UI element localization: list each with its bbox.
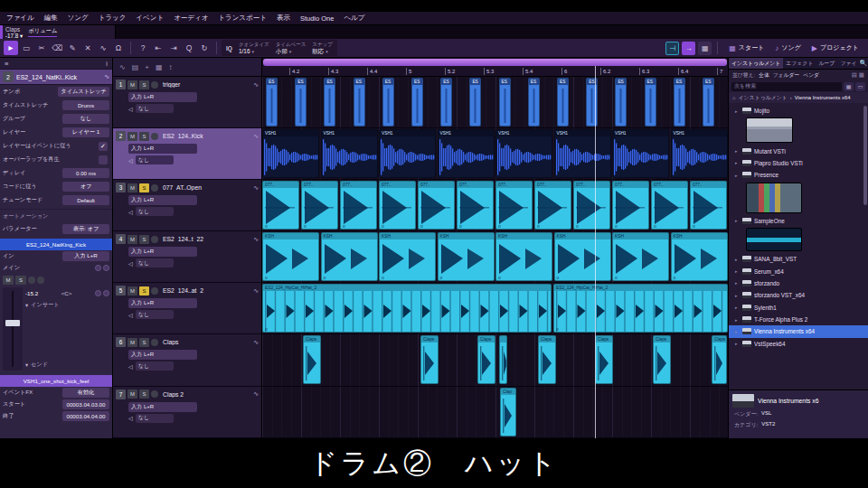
solo-button[interactable]: S: [139, 389, 149, 399]
track-input-select[interactable]: 入力 L+R: [128, 402, 197, 412]
audio-clip[interactable]: VSH1: [321, 129, 378, 178]
preview-icon[interactable]: ▭: [855, 82, 865, 91]
expand-icon[interactable]: ↕: [169, 63, 173, 71]
search-icon[interactable]: 🔍: [859, 60, 868, 67]
audio-clip[interactable]: KSH: [612, 232, 669, 281]
filter-icon[interactable]: ▦: [844, 82, 854, 91]
audio-clip[interactable]: VSH1: [262, 129, 319, 178]
arranger-section-bar[interactable]: [263, 59, 727, 66]
audio-clip[interactable]: 077..: [340, 181, 377, 230]
event-header[interactable]: VSH1_one_shot_kick_feel: [0, 375, 112, 387]
scrollbar-thumb[interactable]: [863, 106, 867, 205]
record-button[interactable]: [151, 236, 158, 243]
menu-item[interactable]: トラック: [99, 14, 127, 23]
audio-clip[interactable]: VSH1: [554, 129, 611, 178]
chevron-right-icon[interactable]: ▸: [735, 268, 740, 274]
audio-clip[interactable]: VSH1: [495, 129, 552, 178]
audio-clip[interactable]: ES: [324, 78, 335, 127]
audio-clip[interactable]: ES: [557, 78, 569, 127]
instrument-item[interactable]: ▸Vienna Instruments x64: [729, 325, 868, 337]
track-list-icon[interactable]: ▤: [132, 63, 139, 71]
add-track-icon[interactable]: +: [145, 63, 149, 71]
track-input-select[interactable]: 入力 L+R: [128, 298, 197, 308]
sort-option[interactable]: 全体: [759, 71, 769, 80]
audio-clip[interactable]: 077..: [418, 181, 455, 230]
audio-clip[interactable]: 077..: [262, 181, 299, 230]
chevron-right-icon[interactable]: ▸: [735, 108, 740, 114]
inspector-row-value[interactable]: オフ: [62, 182, 109, 192]
insert-slot[interactable]: ▾ インサート: [25, 298, 109, 311]
paint-tool[interactable]: ✎: [65, 41, 80, 55]
chevron-right-icon[interactable]: ▸: [735, 293, 740, 298]
chevron-right-icon[interactable]: ▸: [735, 341, 740, 346]
chevron-right-icon[interactable]: ▸: [735, 148, 740, 154]
page-button[interactable]: ▶プロジェクト: [807, 42, 864, 54]
audio-clip[interactable]: ES: [266, 78, 278, 127]
solo-button[interactable]: S: [139, 286, 149, 296]
menu-item[interactable]: ファイル: [6, 14, 34, 23]
arrangement-area[interactable]: 4.24.34.455.25.35.466.26.36.47 ESESESESE…: [262, 58, 728, 438]
chevron-right-icon[interactable]: ▸: [735, 329, 740, 334]
tile-view-icon[interactable]: ▦: [859, 71, 864, 79]
track-output-select[interactable]: なし: [136, 155, 174, 164]
solo-button[interactable]: S: [139, 183, 149, 192]
solo-button[interactable]: S: [139, 235, 149, 244]
audio-clip[interactable]: Claps: [712, 335, 727, 384]
solo-button[interactable]: S: [15, 276, 26, 285]
marker-next-icon[interactable]: ⇥: [166, 41, 181, 55]
pan-readout[interactable]: <C>: [61, 290, 72, 296]
audio-clip[interactable]: 077..: [379, 181, 416, 230]
audio-clip[interactable]: KSH: [321, 232, 378, 281]
audio-clip[interactable]: KSH: [671, 232, 728, 281]
bend-tool[interactable]: ∿: [96, 41, 110, 55]
mute-button[interactable]: M: [127, 235, 137, 244]
audio-clip[interactable]: ES2_124_HipCat_HiHat_2: [553, 284, 728, 333]
volume-fader[interactable]: [3, 287, 23, 371]
audio-clip[interactable]: 077..: [651, 181, 688, 230]
instrument-item[interactable]: ▸T-Force Alpha Plus 2: [729, 314, 868, 325]
audio-clip[interactable]: ES: [674, 78, 685, 127]
track-header[interactable]: 7MSClaps 2∿入力 L+R◁なし: [113, 387, 261, 438]
record-button[interactable]: [28, 277, 35, 284]
audio-clip[interactable]: Claps: [420, 335, 439, 384]
iq-toggle[interactable]: IQ: [226, 45, 232, 52]
audio-clip[interactable]: ES: [586, 78, 598, 127]
record-button[interactable]: [151, 133, 158, 140]
split-tool[interactable]: ✂: [34, 41, 49, 55]
audio-clip[interactable]: Claps: [477, 335, 495, 384]
record-button[interactable]: [151, 287, 158, 295]
audio-clip[interactable]: ES: [382, 78, 394, 127]
menu-item[interactable]: 表示: [277, 14, 290, 23]
audio-clip[interactable]: ES: [703, 78, 714, 127]
zoom-icon[interactable]: ▦: [156, 63, 163, 71]
arrow-tool[interactable]: ►: [4, 41, 18, 55]
track-header[interactable]: 4MSES2_124..t_22∿入力 L+R◁なし: [113, 231, 261, 283]
record-button[interactable]: [151, 390, 158, 398]
quantize-toggle[interactable]: Q: [182, 41, 196, 55]
hamburger-icon[interactable]: ≡: [5, 60, 8, 68]
inspector-row-value[interactable]: Default: [62, 195, 109, 205]
sort-option[interactable]: ベンダ: [803, 71, 819, 80]
audio-clip[interactable]: KSH: [379, 232, 436, 281]
list-view-icon[interactable]: ▤: [852, 71, 857, 79]
instrument-item[interactable]: ▸Mutant VSTi: [729, 145, 868, 156]
inspector-track-title[interactable]: 2 ES2_124_NatKi..Kick ∿: [0, 70, 112, 85]
audio-clip[interactable]: ES: [411, 78, 423, 127]
loop-icon[interactable]: ↻: [197, 41, 212, 55]
audio-clip[interactable]: ES: [528, 78, 540, 127]
track-input-select[interactable]: 入力 L+R: [128, 144, 197, 154]
audio-clip[interactable]: KSH: [554, 232, 611, 281]
snap-select[interactable]: スナップ 順応▾: [312, 41, 333, 55]
inspector-row-value[interactable]: レイヤー 1: [62, 127, 109, 137]
audio-clip[interactable]: ES: [469, 78, 481, 127]
audio-clip[interactable]: KSH: [495, 232, 552, 281]
record-button[interactable]: [151, 339, 158, 346]
instrument-item[interactable]: ▸Serum_x64: [729, 265, 868, 277]
mute-button[interactable]: M: [127, 183, 137, 192]
timebase-select[interactable]: タイムベース 小節▾: [276, 41, 307, 55]
audio-clip[interactable]: 077..: [573, 181, 610, 230]
browser-tab[interactable]: ループ: [816, 58, 837, 69]
record-button[interactable]: [151, 184, 158, 192]
audio-clip[interactable]: Claps: [653, 335, 671, 384]
instrument-item[interactable]: ▸Sylenth1: [729, 302, 868, 314]
